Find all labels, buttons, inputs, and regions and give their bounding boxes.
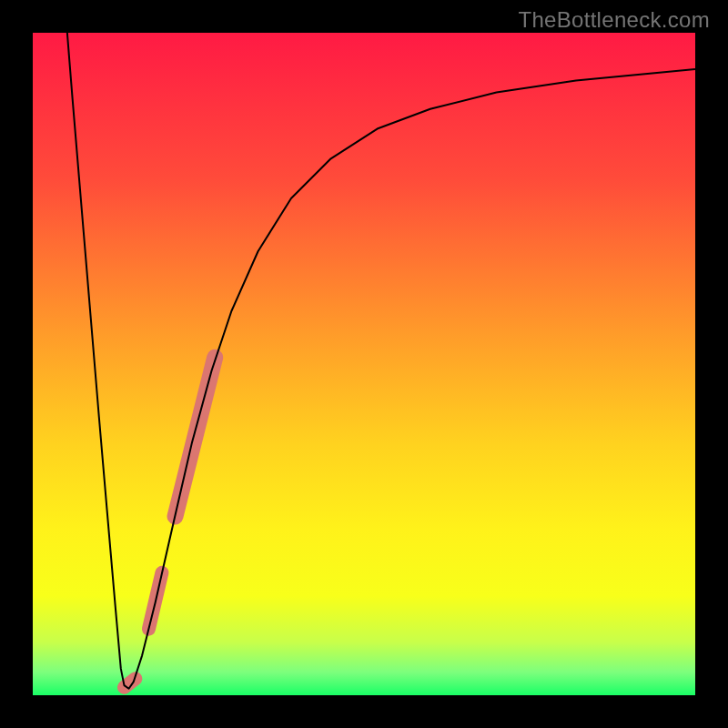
- chart-plot-area: [33, 33, 695, 695]
- watermark-text: TheBottleneck.com: [518, 7, 710, 33]
- chart-background: [33, 33, 695, 695]
- chart-svg: [33, 33, 695, 695]
- chart-frame: TheBottleneck.com: [0, 0, 728, 728]
